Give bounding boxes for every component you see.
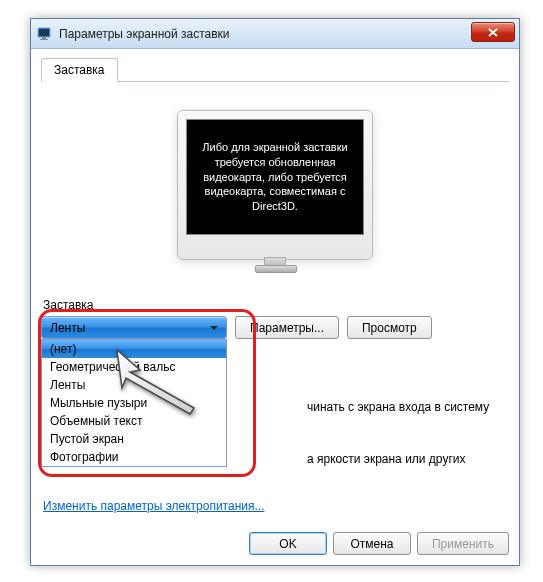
titlebar[interactable]: Параметры экранной заставки: [31, 19, 519, 49]
dropdown-option-3dtext[interactable]: Объемный текст: [42, 412, 226, 430]
power-settings-link[interactable]: Изменить параметры электропитания...: [43, 499, 264, 513]
dropdown-option-none[interactable]: (нет): [42, 340, 226, 358]
dropdown-option-ribbons[interactable]: Ленты: [42, 376, 226, 394]
dialog-button-bar: OK Отмена Применить: [249, 532, 509, 555]
apply-button[interactable]: Применить: [417, 532, 509, 555]
screensaver-combobox[interactable]: Ленты: [41, 316, 227, 339]
chevron-down-icon: [210, 326, 218, 330]
dropdown-option-photos[interactable]: Фотографии: [42, 448, 226, 466]
tabstrip: Заставка: [41, 57, 509, 82]
dropdown-option-geometric[interactable]: Геометрический вальс: [42, 358, 226, 376]
section-label: Заставка: [43, 298, 509, 312]
combobox-selected: Ленты: [50, 321, 85, 335]
cancel-button[interactable]: Отмена: [333, 532, 411, 555]
window-title: Параметры экранной заставки: [59, 27, 230, 41]
screensaver-dropdown: (нет) Геометрический вальс Ленты Мыльные…: [41, 339, 227, 467]
preview-area: Либо для экранной заставки требуется обн…: [41, 90, 509, 276]
svg-rect-3: [40, 39, 48, 40]
preview-screen: Либо для экранной заставки требуется обн…: [186, 119, 364, 235]
client-area: Заставка Либо для экранной заставки треб…: [31, 49, 519, 565]
settings-button[interactable]: Параметры...: [235, 316, 339, 339]
dropdown-option-blank[interactable]: Пустой экран: [42, 430, 226, 448]
screensaver-settings-window: Параметры экранной заставки Заставка Либ…: [30, 18, 520, 566]
tab-screensaver[interactable]: Заставка: [41, 58, 118, 82]
svg-rect-1: [39, 29, 49, 36]
preview-monitor: Либо для экранной заставки требуется обн…: [177, 110, 373, 260]
brightness-text-partial: а яркости экрана или других: [307, 452, 466, 466]
svg-rect-2: [42, 37, 46, 39]
close-icon: [488, 28, 498, 37]
window-icon: [37, 26, 53, 42]
screensaver-row: Ленты (нет) Геометрический вальс Ленты М…: [41, 316, 509, 339]
ok-button[interactable]: OK: [249, 532, 327, 555]
dropdown-option-bubbles[interactable]: Мыльные пузыри: [42, 394, 226, 412]
monitor-stand-icon: [255, 259, 295, 273]
resume-checkbox-label-partial: чинать с экрана входа в систему: [307, 400, 489, 414]
preview-button[interactable]: Просмотр: [347, 316, 432, 339]
close-button[interactable]: [471, 22, 515, 42]
preview-message: Либо для экранной заставки требуется обн…: [197, 140, 353, 214]
